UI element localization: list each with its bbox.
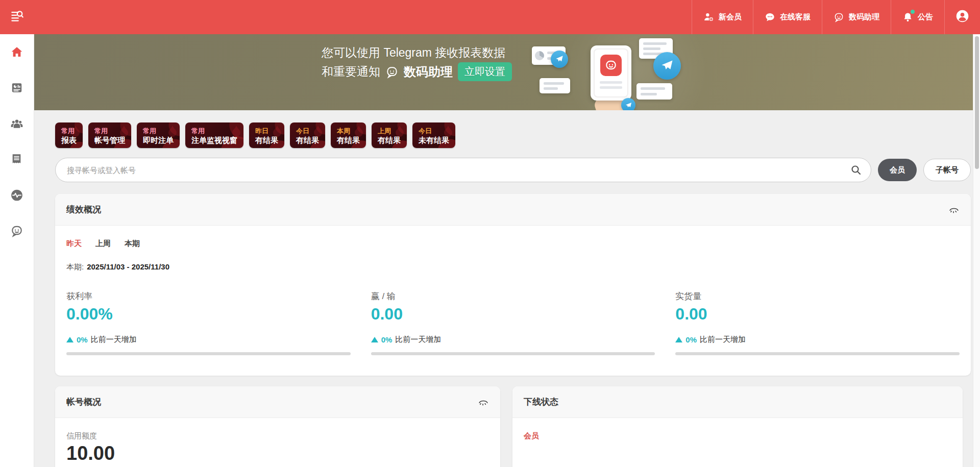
nav-item-announcements[interactable]: 公告: [891, 0, 944, 34]
quick-button-today-unsettled[interactable]: 今日 未有结果: [412, 122, 455, 148]
sidebar-item-assistant[interactable]: [10, 224, 23, 237]
nav-item-label: 新会员: [719, 12, 742, 22]
performance-card-title: 绩效概况: [66, 204, 101, 215]
banner-setup-button[interactable]: 立即设置: [458, 62, 512, 81]
period-value: 2025/11/03 - 2025/11/30: [87, 262, 169, 271]
filter-subaccount-button[interactable]: 子帐号: [923, 159, 971, 181]
stat-win-loss: 赢 / 输 0.00 0% 比前一天增加: [371, 290, 655, 355]
phone-graphic: [591, 45, 631, 101]
tab-last-week[interactable]: 上周: [95, 239, 111, 249]
banner-bot-name: 数码助理: [404, 64, 453, 80]
performance-card-body: 昨天 上周 本期 本期:2025/11/03 - 2025/11/30 获利率 …: [55, 226, 971, 376]
quick-button-tag: 常用: [143, 127, 174, 136]
quick-button-label: 未有结果: [419, 136, 449, 145]
quick-button-tag: 今日: [296, 127, 319, 136]
sidebar-item-reports[interactable]: [10, 81, 23, 94]
period-label: 本期:: [66, 262, 84, 271]
account-overview-card: 帐号概况 信用额度 10.00: [55, 386, 500, 467]
user-avatar-button[interactable]: [944, 0, 980, 34]
announcement-badge: [911, 10, 915, 14]
sidebar-item-activity[interactable]: [10, 188, 23, 202]
search-icon[interactable]: [850, 164, 862, 176]
quick-button-label: 即时注单: [143, 136, 174, 145]
quick-button-live-bets[interactable]: 常用 即时注单: [137, 122, 180, 148]
eye-slash-icon[interactable]: [478, 397, 489, 408]
banner-line2-prefix: 和重要通知: [322, 64, 380, 80]
chat-card-graphic: [636, 83, 672, 100]
quick-button-tag: 常用: [61, 127, 77, 136]
triangle-up-icon: [371, 337, 378, 342]
search-row: 会员 子帐号: [55, 158, 971, 182]
telegram-icon: [653, 52, 681, 80]
downline-tab-members[interactable]: 会员: [524, 431, 539, 441]
chat-card-graphic: [540, 78, 570, 93]
quick-button-label: 有结果: [378, 136, 401, 145]
downline-card-title: 下线状态: [524, 396, 558, 408]
sidebar-item-bet-list[interactable]: [10, 153, 23, 166]
menu-search-toggle[interactable]: [0, 0, 34, 34]
performance-card-header: 绩效概况: [55, 194, 971, 226]
nav-item-label: 数码助理: [849, 12, 879, 22]
quick-button-label: 帐号管理: [94, 136, 125, 145]
account-card-title: 帐号概况: [66, 396, 101, 408]
quick-button-tag: 本周: [337, 127, 360, 136]
tab-current-period[interactable]: 本期: [125, 239, 140, 249]
performance-overview-card: 绩效概况 昨天 上周 本期 本期:2025/11/03 - 2025/11/30…: [55, 194, 971, 376]
page-scrollbar[interactable]: [973, 34, 980, 467]
nav-item-digital-assistant[interactable]: 数码助理: [822, 0, 891, 34]
avatar-icon: [955, 9, 969, 25]
quick-button-today-settled[interactable]: 今日 有结果: [290, 122, 325, 148]
quick-button-reports[interactable]: 常用 报表: [55, 122, 83, 148]
top-navbar: 新会员 在线客服 数码助理: [0, 0, 980, 34]
quick-button-label: 报表: [61, 136, 77, 145]
stat-value: 0.00: [371, 305, 655, 324]
telegram-promo-banner[interactable]: 您可以使用 Telegram 接收报表数据 和重要通知 数码助理 立即设置: [34, 34, 980, 110]
triangle-up-icon: [675, 337, 682, 342]
scrollbar-thumb[interactable]: [975, 36, 979, 169]
eye-slash-icon[interactable]: [948, 204, 960, 215]
stat-value: 0.00%: [66, 305, 351, 324]
banner-text: 您可以使用 Telegram 接收报表数据 和重要通知 数码助理 立即设置: [322, 45, 512, 81]
nav-item-online-service[interactable]: 在线客服: [753, 0, 822, 34]
quick-button-tag: 常用: [94, 127, 125, 136]
stat-delta-value: 0%: [685, 335, 697, 344]
stat-delta-text: 比前一天增加: [395, 335, 441, 345]
bottom-cards-row: 帐号概况 信用额度 10.00 下线状态 会员: [55, 386, 971, 467]
left-sidebar: [0, 34, 34, 467]
quick-button-label: 有结果: [255, 136, 278, 145]
downline-card-header: 下线状态: [512, 386, 963, 418]
quick-button-bet-monitor[interactable]: 常用 注单监视视窗: [185, 122, 243, 148]
quick-button-tag: 上周: [378, 127, 401, 136]
quick-button-tag: 昨日: [255, 127, 278, 136]
stat-turnover: 实货量 0.00 0% 比前一天增加: [675, 290, 960, 355]
nav-item-new-member[interactable]: 新会员: [692, 0, 753, 34]
quick-access-row: 常用 报表 常用 帐号管理 常用 即时注单 常用 注单监视视窗 昨日 有结果 今…: [55, 122, 971, 148]
stat-delta-value: 0%: [77, 335, 88, 344]
quick-button-yesterday-settled[interactable]: 昨日 有结果: [249, 122, 284, 148]
quick-button-week-settled[interactable]: 本周 有结果: [331, 122, 366, 148]
telegram-icon: [551, 51, 568, 68]
filter-members-button[interactable]: 会员: [878, 159, 917, 181]
sidebar-item-home[interactable]: [10, 45, 23, 59]
quick-button-lastweek-settled[interactable]: 上周 有结果: [372, 122, 407, 148]
main-content: 常用 报表 常用 帐号管理 常用 即时注单 常用 注单监视视窗 昨日 有结果 今…: [34, 110, 980, 467]
tab-yesterday[interactable]: 昨天: [66, 239, 82, 249]
quick-button-tag: 今日: [419, 127, 449, 136]
stat-delta-text: 比前一天增加: [91, 335, 137, 345]
search-wrap: [55, 158, 871, 182]
banner-line1: 您可以使用 Telegram 接收报表数据: [322, 45, 512, 61]
stat-delta-text: 比前一天增加: [700, 335, 746, 345]
quick-button-account-management[interactable]: 常用 帐号管理: [88, 122, 131, 148]
stats-grid: 获利率 0.00% 0% 比前一天增加 赢 / 输 0.00 0%: [66, 290, 960, 355]
stat-profit-rate: 获利率 0.00% 0% 比前一天增加: [66, 290, 351, 355]
quick-button-label: 注单监视视窗: [191, 136, 237, 145]
stat-label: 实货量: [675, 290, 960, 302]
quick-button-label: 有结果: [296, 136, 319, 145]
menu-search-icon: [10, 9, 24, 25]
search-input[interactable]: [55, 158, 871, 182]
banner-glow: [560, 34, 713, 110]
stat-progress-bar: [675, 352, 960, 355]
stat-label: 获利率: [66, 290, 351, 302]
credit-limit-value: 10.00: [66, 443, 489, 464]
sidebar-item-members[interactable]: [10, 117, 23, 130]
